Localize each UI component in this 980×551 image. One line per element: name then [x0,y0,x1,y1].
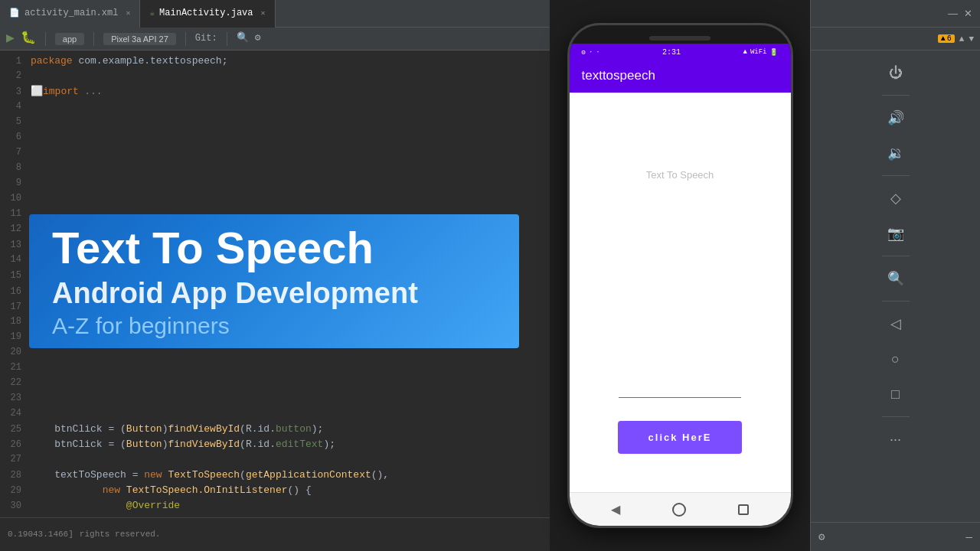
tool-divider-1 [882,95,910,96]
git-label: Git: [195,31,217,46]
code-line-1: 1 package com.example.texttospeech; [0,54,551,69]
code-line-4: 4 [0,99,551,115]
run-button[interactable]: ▶ [6,28,15,50]
tab-java[interactable]: ☕ MainActivity.java ✕ [140,0,275,28]
app-dropdown[interactable]: app [55,33,84,45]
tool-divider-5 [882,416,910,417]
minimize-button[interactable]: — [948,8,958,19]
search-icon[interactable]: 🔍 [237,31,249,46]
tab-xml-label: activity_main.xml [24,6,118,21]
wifi-icon: WiFi [750,48,767,56]
status-line1: 0.19043.1466] [8,528,74,541]
code-line-23: 23 [0,391,551,406]
phone-input-underline[interactable] [619,397,741,398]
tool-divider-3 [882,256,910,256]
code-line-24: 24 [0,406,551,422]
code-line-5: 5 [0,115,551,130]
more-options-button[interactable]: ··· [880,423,912,455]
phone-recents-button[interactable] [738,504,749,515]
phone-nav-bar: ◀ [570,492,791,526]
wifi-dot-icon: · [589,48,593,56]
signal-icon: ▲ [743,48,746,56]
warning-badge: ▲ 6 [938,34,955,43]
phone-click-button[interactable]: click HerE [618,421,743,454]
banner-tagline: A-Z for beginners [52,313,496,339]
rotate-button[interactable]: ◇ [880,182,912,214]
phone-mockup-area: ⚙ · · 2:31 ▲ WiFi 🔋 texttospeech Text To… [550,0,810,551]
java-icon: ☕ [149,7,155,20]
back-nav-button[interactable]: ◁ [880,308,912,340]
phone-hint-text: Text To Speech [646,169,714,181]
settings-dot-icon: ⚙ [582,48,586,57]
right-panel-tools: ⏻ 🔊 🔉 ◇ 📷 🔍 ◁ ○ □ ··· [811,51,980,522]
right-panel-header: — ✕ [811,0,980,28]
recents-nav-button[interactable]: □ [880,378,912,410]
status-right-icons: ▲ WiFi 🔋 [743,48,778,57]
warning-count: 6 [947,34,952,43]
power-tool-button[interactable]: ⏻ [880,57,912,89]
code-line-22: 22 [0,376,551,391]
banner-subtitle: Android App Development [52,277,496,310]
screenshot-button[interactable]: 📷 [880,217,912,249]
bottom-status-bar: 0.19043.1466] rights reserved. [0,517,551,551]
chevron-up-icon[interactable]: ▲ [959,34,965,44]
right-panel-toolbar: ▲ 6 ▲ ▼ [811,28,980,51]
battery-icon: 🔋 [769,48,778,57]
settings-gear-icon[interactable]: ⚙ [818,530,825,543]
code-line-6: 6 [0,130,551,145]
top-toolbar: ▶ 🐛 app Pixel 3a API 27 Git: 🔍 ⚙ [0,28,551,51]
phone-home-button[interactable] [672,503,686,517]
right-panel: — ✕ ▲ 6 ▲ ▼ ⏻ 🔊 🔉 ◇ 📷 🔍 ◁ ○ □ ··· ⚙ — [810,0,980,551]
code-line-21: 21 [0,360,551,376]
phone-device: ⚙ · · 2:31 ▲ WiFi 🔋 texttospeech Text To… [567,23,793,528]
phone-content: Text To Speech click HerE [570,93,791,492]
warning-icon: ▲ [941,34,946,43]
tab-bar: 📄 activity_main.xml ✕ ☕ MainActivity.jav… [0,0,551,28]
collapse-icon[interactable]: — [966,531,972,543]
tab-xml-close[interactable]: ✕ [126,8,130,20]
tool-divider-4 [882,301,910,302]
battery-dot-icon: · [596,48,599,56]
code-line-25: 25 btnClick = (Button)findViewById(R.id.… [0,422,551,437]
zoom-button[interactable]: 🔍 [880,262,912,295]
close-button[interactable]: ✕ [964,8,972,19]
chevron-down-icon[interactable]: ▼ [969,34,974,44]
code-line-3: 3 ⬜import ... [0,84,551,99]
tab-xml[interactable]: 📄 activity_main.xml ✕ [0,0,140,28]
phone-status-bar: ⚙ · · 2:31 ▲ WiFi 🔋 [570,44,791,60]
xml-icon: 📄 [9,7,20,20]
code-line-2: 2 [0,69,551,84]
code-line-27: 27 [0,452,551,468]
debug-button[interactable]: 🐛 [21,29,36,48]
tool-divider-2 [882,175,910,176]
settings-icon[interactable]: ⚙ [255,31,261,46]
code-line-9: 9 [0,176,551,191]
code-line-29: 29 new TextToSpeech.OnInitListener() { [0,483,551,498]
tab-java-close[interactable]: ✕ [261,8,266,20]
status-line2: rights reserved. [80,528,161,541]
code-line-8: 8 [0,161,551,176]
volume-down-button[interactable]: 🔉 [880,137,912,169]
home-nav-button[interactable]: ○ [880,343,912,375]
code-line-26: 26 btnClick = (Button)findViewById(R.id.… [0,437,551,452]
phone-speaker [649,36,710,41]
phone-action-bar: texttospeech [570,60,791,93]
code-line-28: 28 textToSpeech = new TextToSpeech(getAp… [0,468,551,483]
right-panel-bottom: ⚙ — [811,522,980,551]
code-line-30: 30 @Override [0,498,551,514]
phone-back-button[interactable]: ◀ [611,502,620,517]
tab-java-label: MainActivity.java [159,6,253,21]
status-time: 2:31 [662,48,681,57]
status-left-icons: ⚙ · · [582,48,600,57]
overlay-banner: Text To Speech Android App Development A… [29,214,519,348]
banner-title: Text To Speech [52,223,496,272]
code-line-10: 10 [0,191,551,207]
device-dropdown[interactable]: Pixel 3a API 27 [103,33,176,45]
volume-up-button[interactable]: 🔊 [880,102,912,134]
phone-app-title: texttospeech [582,68,655,83]
code-line-7: 7 [0,145,551,161]
